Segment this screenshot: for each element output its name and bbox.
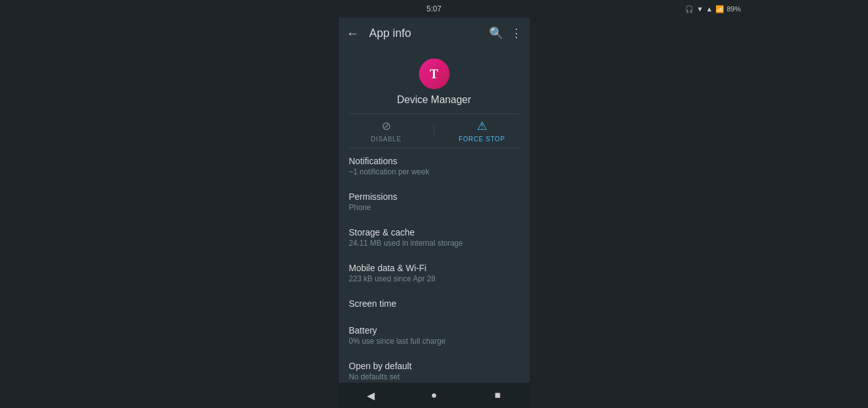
top-bar: ← App info 🔍 ⋮ [339,18,530,48]
back-button[interactable]: ← [347,26,359,41]
force-stop-label: FORCE STOP [458,136,505,143]
wifi-icon: ▼ [696,5,703,13]
app-icon-letter: T [430,67,438,81]
disable-button[interactable]: ⊘ DISABLE [339,119,434,143]
signal-icon: ▲ [706,5,713,13]
more-icon[interactable]: ⋮ [511,26,522,40]
notifications-title: Notifications [349,156,520,166]
nav-recents-button[interactable]: ■ [485,383,511,408]
mobile-data-subtitle: 223 kB used since Apr 28 [349,274,520,283]
app-name: Device Manager [397,94,471,106]
settings-item-screen-time[interactable]: Screen time [339,291,530,318]
nav-back-button[interactable]: ◀ [358,383,383,408]
settings-item-mobile-data[interactable]: Mobile data & Wi-Fi 223 kB used since Ap… [339,255,530,291]
status-time: 5:07 [427,4,441,13]
app-icon: T [419,59,450,89]
headphone-icon: 🎧 [685,5,694,13]
open-default-subtitle: No defaults set [349,372,520,381]
mobile-data-title: Mobile data & Wi-Fi [349,263,520,273]
settings-item-storage[interactable]: Storage & cache 24.11 MB used in interna… [339,220,530,255]
page-title: App info [369,27,489,40]
status-bar: 5:07 🎧 ▼ ▲ 📶 89% [0,0,868,18]
search-icon[interactable]: 🔍 [489,26,503,40]
app-icon-area: T Device Manager [339,48,530,113]
notifications-subtitle: ~1 notification per week [349,167,520,176]
storage-subtitle: 24.11 MB used in internal storage [349,239,520,248]
battery-title: Battery [349,325,520,335]
battery-icon: 89% [727,5,741,13]
status-icons: 🎧 ▼ ▲ 📶 89% [685,5,741,13]
force-stop-icon: ⚠ [477,119,487,133]
settings-list: Notifications ~1 notification per week P… [339,148,530,383]
open-default-title: Open by default [349,361,520,371]
top-bar-actions: 🔍 ⋮ [489,26,522,40]
app-info-panel: ← App info 🔍 ⋮ T Device Manager ⊘ DISABL… [339,18,530,408]
permissions-title: Permissions [349,192,520,202]
settings-item-permissions[interactable]: Permissions Phone [339,184,530,220]
screen-time-title: Screen time [349,299,520,309]
disable-icon: ⊘ [382,119,391,133]
settings-item-open-default[interactable]: Open by default No defaults set [339,353,530,383]
nav-home-button[interactable]: ● [422,383,447,408]
disable-label: DISABLE [371,136,401,143]
settings-item-battery[interactable]: Battery 0% use since last full charge [339,318,530,353]
force-stop-button[interactable]: ⚠ FORCE STOP [434,119,530,143]
action-row: ⊘ DISABLE ⚠ FORCE STOP [339,114,530,148]
main-wrapper: ← App info 🔍 ⋮ T Device Manager ⊘ DISABL… [0,18,868,408]
permissions-subtitle: Phone [349,203,520,212]
settings-item-notifications[interactable]: Notifications ~1 notification per week [339,148,530,184]
battery-subtitle: 0% use since last full charge [349,337,520,346]
bottom-nav: ◀ ● ■ [339,383,530,408]
storage-title: Storage & cache [349,227,520,237]
signal2-icon: 📶 [715,5,724,13]
